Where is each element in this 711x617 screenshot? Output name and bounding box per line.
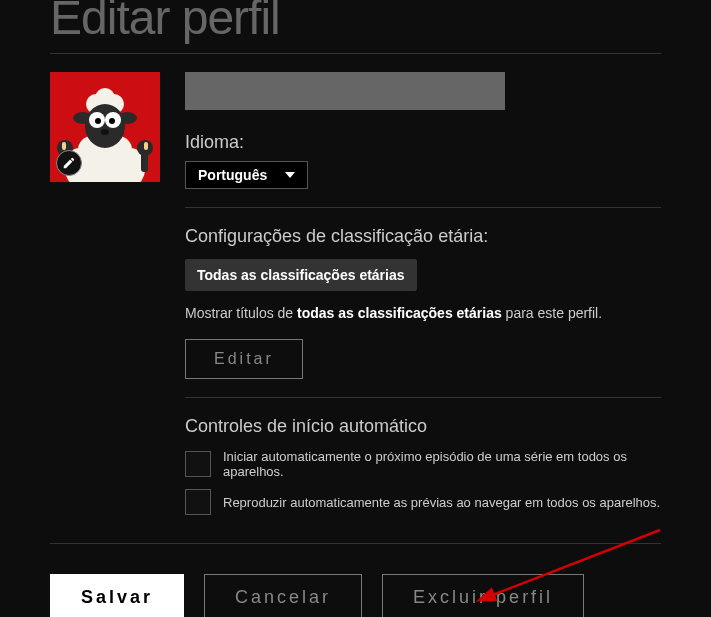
chevron-down-icon bbox=[285, 172, 295, 178]
svg-rect-11 bbox=[144, 142, 148, 150]
maturity-chip: Todas as classificações etárias bbox=[185, 259, 417, 291]
autoplay-previews-checkbox[interactable] bbox=[185, 489, 211, 515]
language-select[interactable]: Português bbox=[185, 161, 308, 189]
cancel-button[interactable]: Cancelar bbox=[204, 574, 362, 617]
divider bbox=[185, 207, 661, 208]
delete-profile-button[interactable]: Excluir perfil bbox=[382, 574, 584, 617]
svg-point-22 bbox=[101, 129, 109, 135]
save-button[interactable]: Salvar bbox=[50, 574, 184, 617]
language-label: Idioma: bbox=[185, 132, 661, 153]
svg-point-17 bbox=[85, 104, 125, 148]
edit-maturity-button[interactable]: Editar bbox=[185, 339, 303, 379]
autoplay-title: Controles de início automático bbox=[185, 416, 661, 437]
svg-rect-10 bbox=[62, 142, 66, 150]
svg-point-20 bbox=[95, 118, 101, 124]
autoplay-next-checkbox[interactable] bbox=[185, 451, 211, 477]
language-value: Português bbox=[198, 167, 267, 183]
edit-avatar-button[interactable] bbox=[56, 150, 82, 176]
pencil-icon bbox=[62, 156, 76, 170]
maturity-helper-post: para este perfil. bbox=[502, 305, 602, 321]
maturity-helper: Mostrar títulos de todas as classificaçõ… bbox=[185, 305, 661, 321]
maturity-helper-pre: Mostrar títulos de bbox=[185, 305, 297, 321]
avatar[interactable] bbox=[50, 72, 160, 182]
svg-point-21 bbox=[109, 118, 115, 124]
profile-name-input[interactable] bbox=[185, 72, 505, 110]
divider bbox=[50, 543, 661, 544]
maturity-helper-bold: todas as classificações etárias bbox=[297, 305, 502, 321]
page-title: Editar perfil bbox=[50, 0, 661, 45]
divider bbox=[185, 397, 661, 398]
maturity-title: Configurações de classificação etária: bbox=[185, 226, 661, 247]
autoplay-next-label: Iniciar automaticamente o próximo episód… bbox=[223, 449, 661, 479]
autoplay-previews-label: Reproduzir automaticamente as prévias ao… bbox=[223, 495, 660, 510]
divider bbox=[50, 53, 661, 54]
